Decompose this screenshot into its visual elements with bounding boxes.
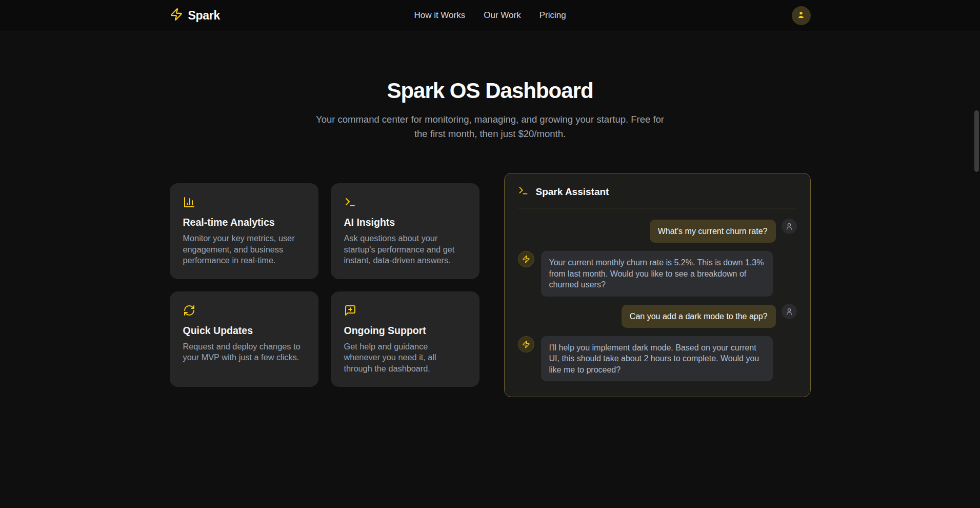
zap-icon [170,8,183,23]
feature-description: Request and deploy changes to your MVP w… [183,341,305,363]
assistant-message-bubble: Your current monthly churn rate is 5.2%.… [541,251,773,297]
page-scrollbar-thumb[interactable] [974,110,979,172]
nav-link-pricing[interactable]: Pricing [539,10,566,21]
feature-card-ongoing-support: Ongoing Support Get help and guidance wh… [331,291,479,387]
refresh-icon [183,304,305,317]
chat-message-list: What's my current churn rate? Your curre… [505,208,810,397]
nav-link-how-it-works[interactable]: How it Works [414,10,465,21]
user-outline-icon [782,304,797,319]
assistant-panel-title: Spark Assistant [536,186,609,198]
chat-message-assistant: Your current monthly churn rate is 5.2%.… [518,251,797,297]
main-content: Real-time Analytics Monitor your key met… [170,173,811,397]
hero-section: Spark OS Dashboard Your command center f… [0,79,980,141]
navbar-right [566,6,811,25]
feature-description: Ask questions about your startup's perfo… [344,233,466,266]
chat-message-user: Can you add a dark mode to the app? [518,305,797,328]
zap-icon [518,336,534,353]
main-nav: How it Works Our Work Pricing [414,10,566,21]
navbar-inner: Spark How it Works Our Work Pricing [170,0,811,31]
feature-card-realtime-analytics: Real-time Analytics Monitor your key met… [170,183,318,279]
feature-card-ai-insights: AI Insights Ask questions about your sta… [331,183,479,279]
feature-description: Monitor your key metrics, user engagemen… [183,233,305,266]
user-avatar-button[interactable] [792,6,811,25]
user-outline-icon [782,219,797,234]
feature-grid: Real-time Analytics Monitor your key met… [170,183,479,387]
feature-title: Real-time Analytics [183,217,305,228]
assistant-message-bubble: I'll help you implement dark mode. Based… [541,336,773,382]
top-navbar: Spark How it Works Our Work Pricing [0,0,980,31]
feature-title: Ongoing Support [344,325,466,337]
terminal-icon [344,196,466,208]
feature-title: Quick Updates [183,325,305,337]
feature-description: Get help and guidance whenever you need … [344,341,466,375]
spark-assistant-panel: Spark Assistant What's my current churn … [504,173,811,397]
message-square-plus-icon [344,304,466,317]
chat-message-assistant: I'll help you implement dark mode. Based… [518,336,797,382]
feature-title: AI Insights [344,217,466,228]
feature-card-quick-updates: Quick Updates Request and deploy changes… [170,291,318,387]
user-filled-icon [796,10,806,21]
user-message-bubble: Can you add a dark mode to the app? [622,305,776,328]
chart-column-icon [183,196,305,208]
brand-name: Spark [188,9,220,23]
assistant-panel-header: Spark Assistant [505,173,810,208]
chat-message-user: What's my current churn rate? [518,220,797,243]
nav-link-our-work[interactable]: Our Work [484,10,521,21]
brand-logo[interactable]: Spark [170,8,414,23]
terminal-icon [518,185,529,198]
zap-icon [518,251,534,267]
user-message-bubble: What's my current churn rate? [650,220,776,243]
page-title: Spark OS Dashboard [0,79,980,103]
page-subtitle: Your command center for monitoring, mana… [311,112,670,141]
